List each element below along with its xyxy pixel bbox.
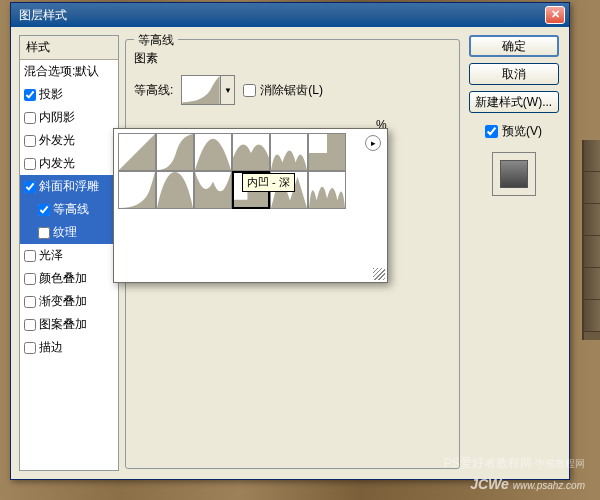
- sidebar-item-texture[interactable]: 纹理: [20, 221, 118, 244]
- antialias-checkbox[interactable]: [243, 84, 256, 97]
- sidebar-item-gradient-overlay[interactable]: 渐变叠加: [20, 290, 118, 313]
- contour-picker-popup: ▸ 内凹 - 深: [113, 128, 388, 283]
- picker-menu-arrow[interactable]: ▸: [365, 135, 381, 151]
- checkbox-inner-shadow[interactable]: [24, 112, 36, 124]
- checkbox-satin[interactable]: [24, 250, 36, 262]
- preview-checkbox[interactable]: [485, 125, 498, 138]
- preview-inner: [500, 160, 528, 188]
- contour-preset-6[interactable]: [308, 133, 346, 171]
- checkbox-bevel-emboss[interactable]: [24, 181, 36, 193]
- titlebar[interactable]: 图层样式 ✕: [11, 3, 569, 27]
- contour-preset-12[interactable]: [308, 171, 346, 209]
- group-title: 等高线: [134, 32, 178, 49]
- antialias-option[interactable]: 消除锯齿(L): [243, 82, 323, 99]
- blend-options-item[interactable]: 混合选项:默认: [20, 60, 118, 83]
- watermark-line1: PS爱好者教程网 中国教程网: [444, 455, 585, 472]
- sidebar-item-color-overlay[interactable]: 颜色叠加: [20, 267, 118, 290]
- contour-preset-4[interactable]: [232, 133, 270, 171]
- contour-preview[interactable]: [181, 75, 221, 105]
- resize-grip[interactable]: [373, 268, 385, 280]
- contour-dropdown-arrow[interactable]: ▼: [221, 75, 235, 105]
- contour-preset-2[interactable]: [156, 133, 194, 171]
- sidebar-item-inner-shadow[interactable]: 内阴影: [20, 106, 118, 129]
- sidebar-item-bevel-emboss[interactable]: 斜面和浮雕: [20, 175, 118, 198]
- contour-preset-8[interactable]: [156, 171, 194, 209]
- styles-sidebar: 样式 混合选项:默认 投影 内阴影 外发光 内发光 斜面和浮雕 等高线 纹理 光…: [19, 35, 119, 471]
- checkbox-color-overlay[interactable]: [24, 273, 36, 285]
- cancel-button[interactable]: 取消: [469, 63, 559, 85]
- preview-swatch: [492, 152, 536, 196]
- right-panel: 确定 取消 新建样式(W)... 预览(V): [466, 35, 561, 471]
- ok-button[interactable]: 确定: [469, 35, 559, 57]
- contour-preset-7[interactable]: [118, 171, 156, 209]
- watermark-jcwe: JCWe www.psahz.com: [470, 476, 585, 492]
- sidebar-item-drop-shadow[interactable]: 投影: [20, 83, 118, 106]
- contour-label: 等高线:: [134, 82, 173, 99]
- checkbox-contour[interactable]: [38, 204, 50, 216]
- contour-preset-9[interactable]: [194, 171, 232, 209]
- contour-grid: [118, 133, 383, 209]
- checkbox-drop-shadow[interactable]: [24, 89, 36, 101]
- sidebar-header: 样式: [20, 36, 118, 60]
- checkbox-pattern-overlay[interactable]: [24, 319, 36, 331]
- contour-preset-3[interactable]: [194, 133, 232, 171]
- sidebar-item-satin[interactable]: 光泽: [20, 244, 118, 267]
- new-style-button[interactable]: 新建样式(W)...: [469, 91, 559, 113]
- contour-tooltip: 内凹 - 深: [242, 173, 295, 192]
- close-button[interactable]: ✕: [545, 6, 565, 24]
- dialog-title: 图层样式: [15, 7, 545, 24]
- checkbox-gradient-overlay[interactable]: [24, 296, 36, 308]
- contour-preset-5[interactable]: [270, 133, 308, 171]
- checkbox-outer-glow[interactable]: [24, 135, 36, 147]
- contour-row: 等高线: ▼ 消除锯齿(L): [134, 75, 451, 105]
- checkbox-stroke[interactable]: [24, 342, 36, 354]
- sidebar-item-inner-glow[interactable]: 内发光: [20, 152, 118, 175]
- sub-title: 图素: [134, 50, 451, 67]
- side-decoration: [582, 140, 600, 340]
- contour-preset-1[interactable]: [118, 133, 156, 171]
- checkbox-texture[interactable]: [38, 227, 50, 239]
- sidebar-item-stroke[interactable]: 描边: [20, 336, 118, 359]
- sidebar-item-outer-glow[interactable]: 外发光: [20, 129, 118, 152]
- sidebar-item-pattern-overlay[interactable]: 图案叠加: [20, 313, 118, 336]
- checkbox-inner-glow[interactable]: [24, 158, 36, 170]
- preview-option[interactable]: 预览(V): [485, 123, 542, 140]
- sidebar-item-contour[interactable]: 等高线: [20, 198, 118, 221]
